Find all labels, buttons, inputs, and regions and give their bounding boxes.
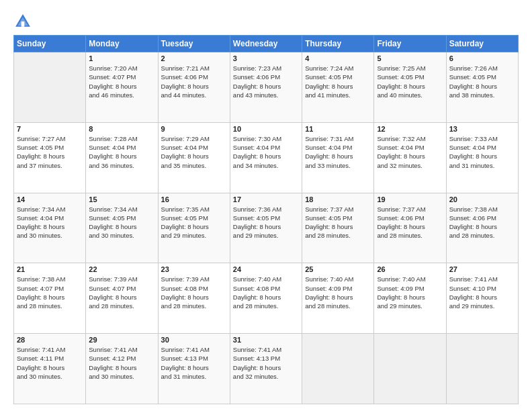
calendar-cell: 26Sunrise: 7:40 AM Sunset: 4:09 PM Dayli… — [374, 263, 446, 334]
day-number: 29 — [89, 336, 154, 344]
calendar-cell — [374, 334, 446, 404]
calendar-row-1: 7Sunrise: 7:27 AM Sunset: 4:05 PM Daylig… — [14, 122, 519, 193]
calendar-cell: 4Sunrise: 7:24 AM Sunset: 4:05 PM Daylig… — [302, 52, 374, 123]
day-number: 27 — [449, 265, 515, 273]
day-number: 22 — [89, 265, 154, 273]
calendar-cell: 29Sunrise: 7:41 AM Sunset: 4:12 PM Dayli… — [86, 334, 158, 404]
calendar-cell: 8Sunrise: 7:28 AM Sunset: 4:04 PM Daylig… — [86, 122, 158, 193]
day-info: Sunrise: 7:41 AM Sunset: 4:12 PM Dayligh… — [89, 345, 154, 381]
day-number: 2 — [161, 54, 227, 62]
calendar-cell: 16Sunrise: 7:35 AM Sunset: 4:05 PM Dayli… — [158, 193, 230, 263]
day-info: Sunrise: 7:25 AM Sunset: 4:05 PM Dayligh… — [377, 64, 443, 99]
calendar-header-tuesday: Tuesday — [158, 36, 230, 52]
day-info: Sunrise: 7:21 AM Sunset: 4:06 PM Dayligh… — [161, 64, 227, 99]
calendar-cell — [302, 334, 374, 404]
day-info: Sunrise: 7:31 AM Sunset: 4:04 PM Dayligh… — [305, 134, 371, 170]
day-info: Sunrise: 7:38 AM Sunset: 4:07 PM Dayligh… — [17, 275, 83, 310]
calendar-cell: 27Sunrise: 7:41 AM Sunset: 4:10 PM Dayli… — [446, 263, 518, 334]
calendar-cell: 15Sunrise: 7:34 AM Sunset: 4:05 PM Dayli… — [86, 193, 158, 263]
day-info: Sunrise: 7:40 AM Sunset: 4:09 PM Dayligh… — [305, 275, 371, 310]
day-number: 28 — [17, 336, 83, 344]
day-info: Sunrise: 7:41 AM Sunset: 4:11 PM Dayligh… — [17, 345, 83, 381]
calendar-cell: 31Sunrise: 7:41 AM Sunset: 4:13 PM Dayli… — [230, 334, 302, 404]
day-info: Sunrise: 7:26 AM Sunset: 4:05 PM Dayligh… — [449, 64, 515, 99]
day-info: Sunrise: 7:41 AM Sunset: 4:10 PM Dayligh… — [449, 275, 515, 310]
calendar-cell: 12Sunrise: 7:32 AM Sunset: 4:04 PM Dayli… — [374, 122, 446, 193]
calendar-cell: 10Sunrise: 7:30 AM Sunset: 4:04 PM Dayli… — [230, 122, 302, 193]
calendar-header-row: SundayMondayTuesdayWednesdayThursdayFrid… — [14, 36, 519, 52]
day-number: 15 — [89, 195, 154, 203]
day-number: 8 — [89, 125, 154, 133]
calendar-cell: 18Sunrise: 7:37 AM Sunset: 4:05 PM Dayli… — [302, 193, 374, 263]
svg-rect-2 — [21, 21, 25, 27]
day-number: 13 — [449, 125, 515, 133]
calendar-header-saturday: Saturday — [446, 36, 518, 52]
day-number: 23 — [161, 265, 227, 273]
calendar-row-3: 21Sunrise: 7:38 AM Sunset: 4:07 PM Dayli… — [14, 263, 519, 334]
day-number: 1 — [89, 54, 154, 62]
calendar-row-4: 28Sunrise: 7:41 AM Sunset: 4:11 PM Dayli… — [14, 334, 519, 404]
calendar-cell: 17Sunrise: 7:36 AM Sunset: 4:05 PM Dayli… — [230, 193, 302, 263]
day-info: Sunrise: 7:27 AM Sunset: 4:05 PM Dayligh… — [17, 134, 83, 170]
calendar-table: SundayMondayTuesdayWednesdayThursdayFrid… — [13, 35, 519, 404]
day-info: Sunrise: 7:34 AM Sunset: 4:04 PM Dayligh… — [17, 205, 83, 240]
day-info: Sunrise: 7:36 AM Sunset: 4:05 PM Dayligh… — [233, 205, 299, 240]
calendar-cell: 6Sunrise: 7:26 AM Sunset: 4:05 PM Daylig… — [446, 52, 518, 123]
day-number: 20 — [449, 195, 515, 203]
day-number: 11 — [305, 125, 371, 133]
day-number: 31 — [233, 336, 299, 344]
logo-icon — [13, 12, 32, 31]
day-number: 4 — [305, 54, 371, 62]
calendar-cell: 24Sunrise: 7:40 AM Sunset: 4:08 PM Dayli… — [230, 263, 302, 334]
day-number: 18 — [305, 195, 371, 203]
day-info: Sunrise: 7:23 AM Sunset: 4:06 PM Dayligh… — [233, 64, 299, 99]
day-info: Sunrise: 7:30 AM Sunset: 4:04 PM Dayligh… — [233, 134, 299, 170]
calendar-header-friday: Friday — [374, 36, 446, 52]
day-number: 16 — [161, 195, 227, 203]
day-number: 17 — [233, 195, 299, 203]
day-number: 9 — [161, 125, 227, 133]
logo — [13, 12, 35, 31]
calendar-row-2: 14Sunrise: 7:34 AM Sunset: 4:04 PM Dayli… — [14, 193, 519, 263]
day-info: Sunrise: 7:40 AM Sunset: 4:09 PM Dayligh… — [377, 275, 443, 310]
day-info: Sunrise: 7:37 AM Sunset: 4:06 PM Dayligh… — [377, 205, 443, 240]
day-number: 6 — [449, 54, 515, 62]
day-info: Sunrise: 7:20 AM Sunset: 4:07 PM Dayligh… — [89, 64, 154, 99]
day-info: Sunrise: 7:24 AM Sunset: 4:05 PM Dayligh… — [305, 64, 371, 99]
calendar-header-monday: Monday — [86, 36, 158, 52]
calendar-cell: 23Sunrise: 7:39 AM Sunset: 4:08 PM Dayli… — [158, 263, 230, 334]
calendar-cell: 3Sunrise: 7:23 AM Sunset: 4:06 PM Daylig… — [230, 52, 302, 123]
calendar-row-0: 1Sunrise: 7:20 AM Sunset: 4:07 PM Daylig… — [14, 52, 519, 123]
calendar-cell: 9Sunrise: 7:29 AM Sunset: 4:04 PM Daylig… — [158, 122, 230, 193]
calendar-cell: 7Sunrise: 7:27 AM Sunset: 4:05 PM Daylig… — [14, 122, 86, 193]
calendar-cell: 30Sunrise: 7:41 AM Sunset: 4:13 PM Dayli… — [158, 334, 230, 404]
calendar-cell: 14Sunrise: 7:34 AM Sunset: 4:04 PM Dayli… — [14, 193, 86, 263]
day-info: Sunrise: 7:37 AM Sunset: 4:05 PM Dayligh… — [305, 205, 371, 240]
day-number: 26 — [377, 265, 443, 273]
day-info: Sunrise: 7:40 AM Sunset: 4:08 PM Dayligh… — [233, 275, 299, 310]
calendar-cell: 19Sunrise: 7:37 AM Sunset: 4:06 PM Dayli… — [374, 193, 446, 263]
calendar-header-wednesday: Wednesday — [230, 36, 302, 52]
calendar-header-sunday: Sunday — [14, 36, 86, 52]
calendar-header-thursday: Thursday — [302, 36, 374, 52]
day-number: 19 — [377, 195, 443, 203]
calendar-cell: 22Sunrise: 7:39 AM Sunset: 4:07 PM Dayli… — [86, 263, 158, 334]
day-info: Sunrise: 7:28 AM Sunset: 4:04 PM Dayligh… — [89, 134, 154, 170]
day-info: Sunrise: 7:41 AM Sunset: 4:13 PM Dayligh… — [161, 345, 227, 381]
day-info: Sunrise: 7:33 AM Sunset: 4:04 PM Dayligh… — [449, 134, 515, 170]
day-info: Sunrise: 7:29 AM Sunset: 4:04 PM Dayligh… — [161, 134, 227, 170]
calendar-cell: 20Sunrise: 7:38 AM Sunset: 4:06 PM Dayli… — [446, 193, 518, 263]
calendar-cell — [14, 52, 86, 123]
day-info: Sunrise: 7:32 AM Sunset: 4:04 PM Dayligh… — [377, 134, 443, 170]
day-info: Sunrise: 7:34 AM Sunset: 4:05 PM Dayligh… — [89, 205, 154, 240]
day-number: 5 — [377, 54, 443, 62]
day-number: 24 — [233, 265, 299, 273]
day-number: 7 — [17, 125, 83, 133]
calendar-cell: 21Sunrise: 7:38 AM Sunset: 4:07 PM Dayli… — [14, 263, 86, 334]
page: SundayMondayTuesdayWednesdayThursdayFrid… — [0, 0, 532, 411]
day-number: 30 — [161, 336, 227, 344]
calendar-cell: 13Sunrise: 7:33 AM Sunset: 4:04 PM Dayli… — [446, 122, 518, 193]
calendar-cell: 1Sunrise: 7:20 AM Sunset: 4:07 PM Daylig… — [86, 52, 158, 123]
day-info: Sunrise: 7:39 AM Sunset: 4:07 PM Dayligh… — [89, 275, 154, 310]
calendar-cell: 28Sunrise: 7:41 AM Sunset: 4:11 PM Dayli… — [14, 334, 86, 404]
